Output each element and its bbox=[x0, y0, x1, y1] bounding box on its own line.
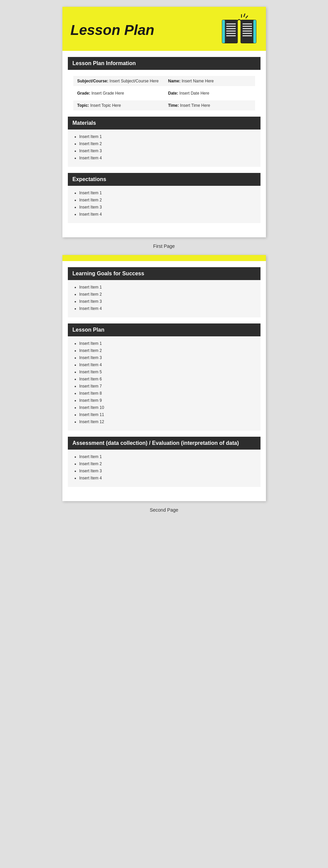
materials-header: Materials bbox=[68, 117, 261, 130]
list-item: Insert Item 4 bbox=[79, 155, 256, 161]
list-item: Insert Item 2 bbox=[79, 461, 256, 467]
list-item: Insert Item 3 bbox=[79, 468, 256, 474]
page-title: Lesson Plan bbox=[71, 22, 154, 38]
materials-content: Insert Item 1 Insert Item 2 Insert Item … bbox=[68, 130, 261, 167]
grade-cell: Grade: Insert Grade Here bbox=[73, 88, 164, 98]
learning-goals-section: Learning Goals for Success Insert Item 1… bbox=[68, 267, 261, 317]
list-item: Insert Item 1 bbox=[79, 340, 256, 347]
list-item: Insert Item 2 bbox=[79, 141, 256, 147]
svg-rect-10 bbox=[226, 31, 236, 32]
list-item: Insert Item 1 bbox=[79, 284, 256, 290]
grade-label: Grade: bbox=[77, 91, 91, 96]
learning-goals-content: Insert Item 1 Insert Item 2 Insert Item … bbox=[68, 280, 261, 317]
page-2: Learning Goals for Success Insert Item 1… bbox=[62, 255, 266, 501]
list-item: Insert Item 3 bbox=[79, 148, 256, 154]
materials-list: Insert Item 1 Insert Item 2 Insert Item … bbox=[73, 134, 256, 161]
topic-label: Topic: bbox=[77, 103, 89, 108]
list-item: Insert Item 10 bbox=[79, 405, 256, 411]
learning-goals-header: Learning Goals for Success bbox=[68, 267, 261, 280]
page-2-content: Learning Goals for Success Insert Item 1… bbox=[62, 267, 266, 501]
svg-rect-7 bbox=[226, 23, 236, 24]
svg-rect-9 bbox=[226, 28, 236, 29]
lesson-plan-list: Insert Item 1 Insert Item 2 Insert Item … bbox=[73, 340, 256, 425]
svg-rect-13 bbox=[243, 23, 252, 24]
list-item: Insert Item 3 bbox=[79, 355, 256, 361]
date-cell: Date: Insert Date Here bbox=[164, 88, 255, 98]
list-item: Insert Item 2 bbox=[79, 197, 256, 203]
svg-rect-12 bbox=[226, 35, 236, 36]
topic-cell: Topic: Insert Topic Here bbox=[73, 100, 164, 111]
page-2-label: Second Page bbox=[150, 507, 178, 513]
topic-value: Insert Topic Here bbox=[90, 103, 121, 108]
list-item: Insert Item 1 bbox=[79, 454, 256, 460]
lesson-plan-body-content: Insert Item 1 Insert Item 2 Insert Item … bbox=[68, 336, 261, 431]
yellow-stripe bbox=[62, 255, 266, 261]
list-item: Insert Item 4 bbox=[79, 362, 256, 368]
list-item: Insert Item 11 bbox=[79, 412, 256, 418]
svg-rect-8 bbox=[226, 26, 236, 27]
assessment-list: Insert Item 1 Insert Item 2 Insert Item … bbox=[73, 454, 256, 481]
assessment-header: Assessment (data collection) / Evaluatio… bbox=[68, 437, 261, 450]
expectations-header: Expectations bbox=[68, 173, 261, 186]
expectations-list: Insert Item 1 Insert Item 2 Insert Item … bbox=[73, 190, 256, 217]
subject-cell: Subject/Course: Insert Subject/Course He… bbox=[73, 76, 164, 86]
time-label: Time: bbox=[168, 103, 179, 108]
page-1-content: Lesson Plan Information Subject/Course: … bbox=[62, 57, 266, 237]
svg-rect-18 bbox=[243, 35, 252, 36]
assessment-content: Insert Item 1 Insert Item 2 Insert Item … bbox=[68, 450, 261, 487]
list-item: Insert Item 4 bbox=[79, 305, 256, 312]
expectations-section: Expectations Insert Item 1 Insert Item 2… bbox=[68, 173, 261, 223]
book-icon bbox=[220, 13, 258, 47]
expectations-content: Insert Item 1 Insert Item 2 Insert Item … bbox=[68, 186, 261, 223]
lesson-plan-body-section: Lesson Plan Insert Item 1 Insert Item 2 … bbox=[68, 323, 261, 431]
list-item: Insert Item 3 bbox=[79, 298, 256, 304]
lesson-plan-body-header: Lesson Plan bbox=[68, 323, 261, 336]
list-item: Insert Item 7 bbox=[79, 383, 256, 389]
list-item: Insert Item 2 bbox=[79, 348, 256, 354]
date-value: Insert Date Here bbox=[179, 91, 209, 96]
list-item: Insert Item 1 bbox=[79, 134, 256, 140]
svg-rect-14 bbox=[243, 26, 252, 27]
header-banner: Lesson Plan bbox=[62, 7, 266, 51]
name-cell: Name: Insert Name Here bbox=[164, 76, 255, 86]
svg-rect-11 bbox=[226, 33, 236, 34]
list-item: Insert Item 8 bbox=[79, 390, 256, 396]
svg-line-2 bbox=[246, 16, 248, 18]
materials-section: Materials Insert Item 1 Insert Item 2 In… bbox=[68, 117, 261, 167]
svg-rect-5 bbox=[222, 20, 225, 43]
list-item: Insert Item 6 bbox=[79, 376, 256, 382]
learning-goals-list: Insert Item 1 Insert Item 2 Insert Item … bbox=[73, 284, 256, 312]
name-value: Insert Name Here bbox=[182, 79, 214, 83]
assessment-section: Assessment (data collection) / Evaluatio… bbox=[68, 437, 261, 487]
name-label: Name: bbox=[168, 79, 181, 83]
time-value: Insert Time Here bbox=[180, 103, 210, 108]
grade-value: Insert Grade Here bbox=[92, 91, 124, 96]
time-cell: Time: Insert Time Here bbox=[164, 100, 255, 111]
info-row-1: Subject/Course: Insert Subject/Course He… bbox=[73, 76, 255, 86]
list-item: Insert Item 5 bbox=[79, 369, 256, 375]
list-item: Insert Item 9 bbox=[79, 397, 256, 403]
svg-rect-15 bbox=[243, 28, 252, 29]
list-item: Insert Item 2 bbox=[79, 291, 256, 297]
info-grid: Subject/Course: Insert Subject/Course He… bbox=[73, 76, 255, 111]
date-label: Date: bbox=[168, 91, 178, 96]
subject-value: Insert Subject/Course Here bbox=[110, 79, 159, 83]
page-1: Lesson Plan bbox=[62, 7, 266, 237]
svg-rect-16 bbox=[243, 31, 252, 32]
info-row-2: Grade: Insert Grade Here Date: Insert Da… bbox=[73, 88, 255, 98]
list-item: Insert Item 4 bbox=[79, 211, 256, 217]
list-item: Insert Item 3 bbox=[79, 204, 256, 210]
list-item: Insert Item 4 bbox=[79, 475, 256, 481]
page-1-label: First Page bbox=[153, 243, 175, 249]
list-item: Insert Item 1 bbox=[79, 190, 256, 196]
info-row-3: Topic: Insert Topic Here Time: Insert Ti… bbox=[73, 100, 255, 111]
lesson-plan-info-section: Lesson Plan Information Subject/Course: … bbox=[68, 57, 261, 111]
lesson-plan-info-header: Lesson Plan Information bbox=[68, 57, 261, 70]
svg-line-1 bbox=[244, 14, 245, 17]
svg-rect-6 bbox=[253, 20, 256, 43]
subject-label: Subject/Course: bbox=[77, 79, 109, 83]
list-item: Insert Item 12 bbox=[79, 419, 256, 425]
svg-rect-17 bbox=[243, 33, 252, 34]
